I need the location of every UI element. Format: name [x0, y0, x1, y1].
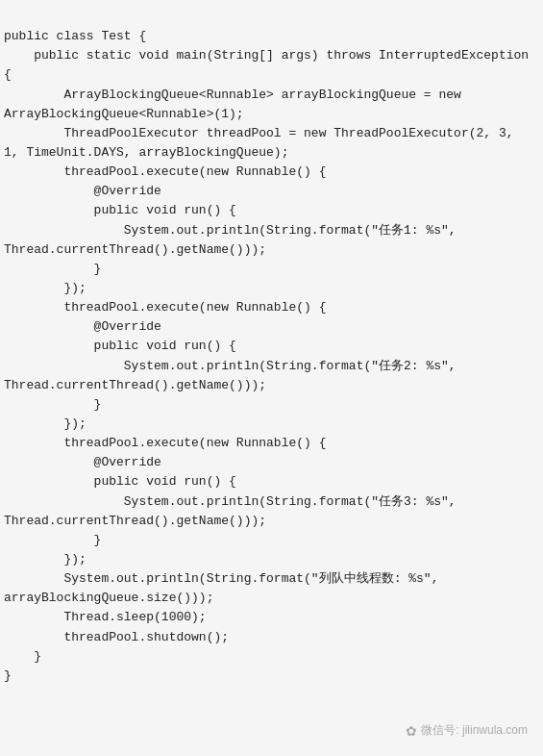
code-line: Thread.sleep(1000); — [4, 608, 539, 627]
code-line: Thread.currentThread().getName())); — [4, 240, 539, 260]
code-line: }); — [4, 415, 539, 434]
code-line: System.out.println(String.format("任务3: %… — [4, 492, 539, 512]
code-line: System.out.println(String.format("列队中线程数… — [4, 569, 539, 589]
code-line: public static void main(String[] args) t… — [4, 46, 539, 65]
code-line: } — [4, 260, 539, 279]
code-line: threadPool.execute(new Runnable() { — [4, 163, 539, 182]
code-line: } — [4, 647, 539, 667]
code-line: }); — [4, 550, 539, 569]
code-line: ThreadPoolExecutor threadPool = new Thre… — [4, 124, 539, 143]
code-line: arrayBlockingQueue.size())); — [4, 589, 539, 608]
code-line: public class Test { — [4, 27, 539, 46]
code-line: } — [4, 667, 539, 686]
code-line: public void run() { — [4, 472, 539, 491]
code-line: { — [4, 65, 539, 85]
watermark: ✿ 微信号: jilinwula.com — [406, 722, 528, 739]
code-line: @Override — [4, 453, 539, 472]
code-block: public class Test { public static void m… — [0, 0, 543, 756]
code-line: }); — [4, 279, 539, 298]
code-line: ArrayBlockingQueue<Runnable>(1); — [4, 105, 539, 124]
code-line: System.out.println(String.format("任务2: %… — [4, 357, 539, 376]
code-line: Thread.currentThread().getName())); — [4, 376, 539, 395]
code-line: } — [4, 395, 539, 415]
watermark-icon: ✿ — [406, 723, 417, 739]
watermark-text: 微信号: jilinwula.com — [421, 722, 528, 739]
code-line: @Override — [4, 182, 539, 201]
code-line: Thread.currentThread().getName())); — [4, 512, 539, 531]
code-line: ArrayBlockingQueue<Runnable> arrayBlocki… — [4, 86, 539, 105]
code-line: @Override — [4, 317, 539, 337]
code-line: public void run() { — [4, 337, 539, 356]
code-line: threadPool.execute(new Runnable() { — [4, 298, 539, 317]
code-line: public void run() { — [4, 201, 539, 220]
code-line: 1, TimeUnit.DAYS, arrayBlockingQueue); — [4, 143, 539, 163]
code-line: threadPool.shutdown(); — [4, 628, 539, 647]
code-line: } — [4, 531, 539, 550]
code-line: System.out.println(String.format("任务1: %… — [4, 221, 539, 240]
code-line: threadPool.execute(new Runnable() { — [4, 434, 539, 453]
